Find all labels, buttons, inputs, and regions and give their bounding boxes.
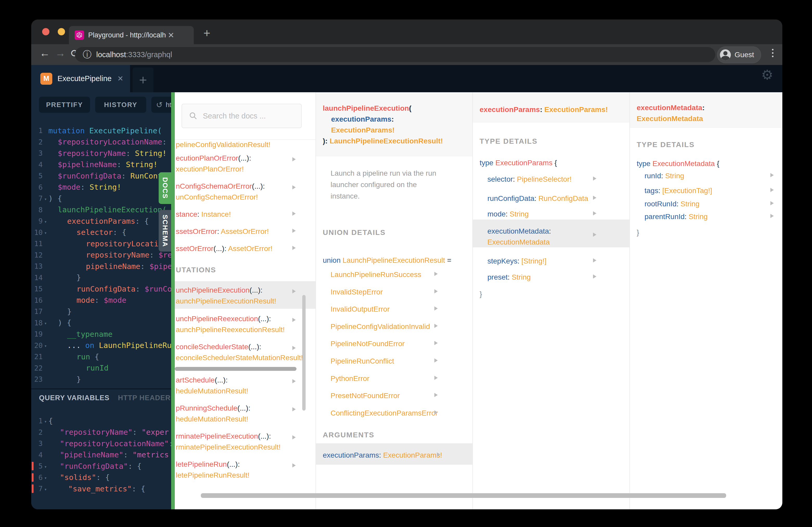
chevron-right-icon[interactable] [593, 196, 596, 200]
minimize-window-button[interactable] [58, 28, 65, 35]
chevron-right-icon[interactable] [434, 393, 438, 397]
docs-entry[interactable]: aunchPipelineExecutionResult! [176, 297, 276, 305]
docs-entry[interactable]: launchPipelineExecution( [323, 104, 411, 113]
code-line[interactable]: 9▾executionParams: { [31, 215, 175, 227]
chevron-right-icon[interactable] [292, 157, 296, 161]
code-line[interactable]: 4$pipelineName: String! [31, 159, 175, 170]
docs-entry[interactable]: ): LaunchPipelineExecutionResult! [323, 137, 443, 146]
chevron-right-icon[interactable] [434, 306, 438, 311]
docs-entry[interactable]: heduleMutationResult! [176, 387, 248, 395]
code-line[interactable]: 11repositoryLocationName: $repositoryLoc… [31, 238, 175, 250]
chevron-right-icon[interactable] [434, 272, 438, 276]
code-line[interactable]: 4"pipelineName": "metrics [31, 449, 175, 461]
docs-entry[interactable]: LaunchPipelineRunSuccess [331, 270, 421, 279]
docs-entry[interactable]: rootRunId: String [644, 199, 700, 208]
docs-entry[interactable]: TYPE DETAILS [637, 140, 695, 149]
chevron-right-icon[interactable] [434, 289, 438, 293]
code-line[interactable]: 2$repositoryLocationName: String! [31, 136, 175, 148]
docs-entry[interactable]: rminatePipelineExecution(...): [176, 432, 271, 441]
back-icon[interactable]: ← [40, 47, 50, 59]
code-line[interactable]: 18▾) { [31, 317, 175, 329]
chevron-right-icon[interactable] [593, 274, 596, 278]
docs-entry[interactable]: type ExecutionParams { [480, 159, 557, 167]
variables-editor[interactable]: 1▾{2"repositoryName": "exper3"repository… [31, 415, 175, 495]
history-button[interactable]: HISTORY [95, 97, 146, 113]
fold-arrow-icon[interactable]: ▾ [43, 486, 48, 492]
chevron-right-icon[interactable] [292, 435, 296, 439]
docs-entry[interactable]: stepKeys: [String!] [488, 257, 547, 266]
docs-entry[interactable]: stance: Instance! [176, 210, 231, 219]
new-workspace-tab-button[interactable]: + [133, 67, 154, 92]
chevron-right-icon[interactable] [770, 173, 774, 177]
settings-gear-icon[interactable]: ⚙ [761, 67, 773, 82]
docs-entry[interactable]: concileSchedulerState(...): [176, 343, 261, 351]
docs-entry[interactable]: ConflictingExecutionParamsError [331, 409, 438, 418]
chevron-right-icon[interactable] [770, 201, 774, 205]
code-line[interactable]: 21run { [31, 351, 175, 362]
chevron-right-icon[interactable] [434, 324, 438, 328]
docs-search-box[interactable] [182, 104, 302, 128]
docs-horizontal-scrollbar[interactable] [201, 493, 726, 498]
address-bar[interactable]: ⓘ localhost:3333/graphql [75, 47, 715, 62]
docs-entry[interactable]: executionParams: [331, 115, 394, 124]
docs-entry[interactable]: executionParams: ExecutionParams! [323, 451, 442, 460]
chevron-right-icon[interactable] [434, 358, 438, 362]
docs-entry[interactable]: ssetsOrError: AssetsOrError! [176, 227, 269, 236]
chevron-right-icon[interactable] [292, 379, 296, 383]
code-line[interactable]: 8launchPipelineExecution( [31, 204, 175, 216]
close-window-button[interactable] [42, 28, 49, 35]
tab-http-headers[interactable]: HTTP HEADERS [118, 394, 175, 402]
code-line[interactable]: 10▾selector: { [31, 227, 175, 238]
browser-menu-icon[interactable] [772, 49, 773, 57]
chevron-right-icon[interactable] [292, 318, 296, 322]
docs-entry[interactable]: PythonError [331, 374, 369, 383]
docs-panel-edge[interactable] [171, 92, 175, 509]
code-line[interactable]: 19__typename [31, 329, 175, 340]
fold-arrow-icon[interactable]: ▾ [43, 342, 48, 348]
workspace-tab-executepipeline[interactable]: M ExecutePipeline ✕ [31, 65, 130, 92]
docs-entry[interactable]: ExecutionMetadata [637, 114, 703, 123]
docs-entry[interactable]: selector: PipelineSelector! [488, 175, 572, 184]
tab-docs[interactable]: DOCS [159, 172, 171, 204]
docs-entry[interactable]: UTATIONS [176, 266, 216, 274]
docs-entry[interactable]: xecutionPlanOrError! [176, 165, 244, 174]
fold-arrow-icon[interactable]: ▾ [43, 218, 48, 224]
chevron-right-icon[interactable] [292, 229, 296, 233]
docs-entry[interactable]: ssetOrError(...): AssetOrError! [176, 244, 273, 253]
code-line[interactable]: 15runConfigData: $runConfigData [31, 283, 175, 295]
docs-entry[interactable]: TYPE DETAILS [480, 137, 538, 146]
docs-entry[interactable]: artSchedule(...): [176, 376, 228, 385]
code-line[interactable]: 6▾"solids": { [31, 472, 175, 483]
code-line[interactable]: 16mode: $mode [31, 295, 175, 306]
docs-entry[interactable]: nConfigSchemaOrError(...): [176, 182, 265, 191]
chevron-right-icon[interactable] [593, 177, 596, 181]
docs-entry[interactable]: ARGUMENTS [323, 431, 374, 439]
docs-entry[interactable]: unchPipelineReexecution(...): [176, 314, 271, 323]
docs-entry[interactable]: unConfigSchemaOrError! [176, 193, 258, 202]
chevron-right-icon[interactable] [770, 214, 774, 218]
docs-entry[interactable]: aunchPipelineReexecutionResult! [176, 325, 285, 334]
chevron-right-icon[interactable] [593, 258, 596, 262]
forward-icon[interactable]: → [55, 47, 66, 59]
fold-arrow-icon[interactable]: ▾ [43, 195, 48, 202]
docs-entry[interactable]: union LaunchPipelineExecutionResult = [323, 256, 451, 265]
docs-entry[interactable]: PipelineNotFoundError [331, 340, 405, 348]
docs-entry[interactable]: PipelineRunConflict [331, 357, 394, 366]
chevron-right-icon[interactable] [292, 346, 296, 350]
docs-entry[interactable]: ecutionPlanOrError(...): [176, 154, 251, 163]
docs-entry[interactable]: preset: String [488, 273, 531, 282]
docs-entry[interactable]: ExecutionParams! [331, 126, 394, 135]
fold-arrow-icon[interactable]: ▾ [43, 474, 48, 481]
docs-entry[interactable]: PresetNotFoundError [331, 391, 400, 400]
tab-query-variables[interactable]: QUERY VARIABLES [39, 394, 110, 402]
code-line[interactable]: 23} [31, 374, 175, 385]
docs-entry[interactable]: launcher configured on the [331, 180, 417, 189]
docs-entry[interactable]: UNION DETAILS [323, 228, 386, 237]
docs-entry[interactable]: pelineConfigValidationResult! [176, 140, 271, 149]
docs-entry[interactable]: PipelineConfigValidationInvalid [331, 322, 430, 331]
code-line[interactable]: 6$mode: String! [31, 182, 175, 193]
docs-entry[interactable]: } [480, 290, 482, 299]
tab-close-icon[interactable]: ✕ [168, 31, 174, 40]
code-line[interactable]: 22runId [31, 362, 175, 374]
docs-entry[interactable]: instance. [331, 192, 360, 201]
